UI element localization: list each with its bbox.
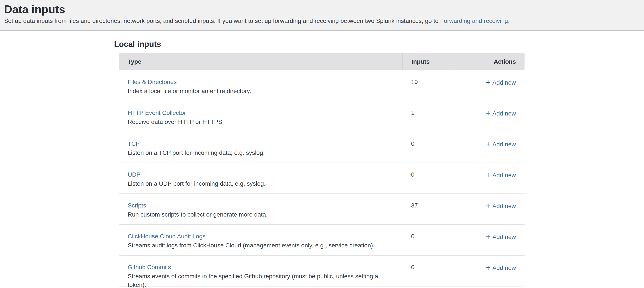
inputs-count: 0 — [402, 132, 452, 163]
actions-cell: +Add new — [452, 194, 524, 224]
table-row: ClickHouse Cloud Audit Logs Streams audi… — [119, 225, 524, 256]
table-header-row: Type Inputs Actions — [119, 53, 524, 70]
inputs-count: 0 — [402, 225, 452, 255]
plus-icon: + — [486, 78, 490, 87]
add-new-link[interactable]: +Add new — [486, 264, 516, 271]
input-type-link[interactable]: ClickHouse Cloud Audit Logs — [128, 232, 206, 241]
input-type-description: Streams audit logs from ClickHouse Cloud… — [128, 241, 396, 250]
page-title: Data inputs — [4, 3, 635, 16]
actions-cell: +Add new — [452, 256, 524, 286]
input-type-link[interactable]: Scripts — [128, 201, 146, 210]
actions-cell: +Add new — [452, 70, 524, 101]
plus-icon: + — [486, 171, 490, 179]
page-header: Data inputs Set up data inputs from file… — [0, 0, 644, 31]
table-row: UDP Listen on a UDP port for incoming da… — [119, 163, 524, 194]
input-type-description: Listen on a UDP port for incoming data, … — [128, 179, 396, 188]
input-type-description: Receive data over HTTP or HTTPS. — [128, 118, 396, 126]
actions-cell: +Add new — [452, 225, 524, 255]
add-new-label: Add new — [492, 110, 516, 117]
add-new-link[interactable]: +Add new — [486, 110, 516, 117]
inputs-count: 37 — [402, 194, 452, 224]
add-new-label: Add new — [492, 234, 516, 240]
add-new-link[interactable]: +Add new — [486, 79, 516, 86]
plus-icon: + — [486, 140, 490, 149]
subtitle-text-before: Set up data inputs from files and direct… — [4, 18, 440, 24]
type-cell: HTTP Event Collector Receive data over H… — [119, 101, 402, 132]
input-type-description: Run custom scripts to collect or generat… — [128, 210, 396, 219]
add-new-label: Add new — [492, 141, 516, 148]
type-cell: Files & Directories Index a local file o… — [119, 70, 402, 101]
input-type-link[interactable]: UDP — [128, 170, 140, 179]
table-row: Github Commits Streams events of commits… — [119, 256, 524, 286]
actions-cell: +Add new — [452, 101, 524, 132]
input-type-link[interactable]: TCP — [128, 139, 140, 148]
plus-icon: + — [486, 109, 490, 118]
forwarding-and-receiving-link[interactable]: Forwarding and receiving — [440, 18, 508, 24]
add-new-link[interactable]: +Add new — [486, 141, 516, 148]
table-body: Files & Directories Index a local file o… — [119, 70, 524, 286]
table-row: HTTP Event Collector Receive data over H… — [119, 101, 524, 132]
plus-icon: + — [486, 263, 490, 272]
type-cell: UDP Listen on a UDP port for incoming da… — [119, 163, 402, 193]
inputs-count: 1 — [402, 101, 452, 132]
add-new-label: Add new — [492, 79, 516, 86]
page-subtitle: Set up data inputs from files and direct… — [4, 17, 635, 25]
inputs-count: 0 — [402, 163, 452, 193]
add-new-label: Add new — [492, 264, 516, 271]
add-new-link[interactable]: +Add new — [486, 172, 516, 179]
table-row: TCP Listen on a TCP port for incoming da… — [119, 132, 524, 163]
column-header-type: Type — [119, 53, 402, 70]
add-new-link[interactable]: +Add new — [486, 203, 516, 209]
local-inputs-table: Type Inputs Actions Files & Directories … — [119, 53, 524, 286]
type-cell: ClickHouse Cloud Audit Logs Streams audi… — [119, 225, 402, 255]
subtitle-text-after: . — [508, 18, 510, 24]
table-row: Scripts Run custom scripts to collect or… — [119, 194, 524, 225]
inputs-count: 19 — [402, 70, 452, 101]
input-type-link[interactable]: HTTP Event Collector — [128, 109, 186, 117]
table-row: Files & Directories Index a local file o… — [119, 70, 524, 101]
plus-icon: + — [486, 201, 490, 210]
input-type-description: Streams events of commits in the specifi… — [128, 272, 396, 288]
column-header-actions: Actions — [452, 53, 524, 70]
type-cell: TCP Listen on a TCP port for incoming da… — [119, 132, 402, 163]
column-header-inputs: Inputs — [402, 53, 452, 70]
actions-cell: +Add new — [452, 163, 524, 193]
local-inputs-heading: Local inputs — [114, 39, 644, 49]
inputs-count: 0 — [402, 256, 452, 286]
add-new-label: Add new — [492, 203, 516, 209]
plus-icon: + — [486, 232, 490, 241]
main-content: Local inputs Type Inputs Actions Files &… — [0, 31, 644, 286]
input-type-description: Index a local file or monitor an entire … — [128, 87, 396, 95]
add-new-label: Add new — [492, 172, 516, 179]
type-cell: Github Commits Streams events of commits… — [119, 256, 402, 286]
input-type-link[interactable]: Github Commits — [128, 263, 171, 271]
input-type-description: Listen on a TCP port for incoming data, … — [128, 149, 396, 157]
input-type-link[interactable]: Files & Directories — [128, 78, 177, 86]
actions-cell: +Add new — [452, 132, 524, 163]
add-new-link[interactable]: +Add new — [486, 234, 516, 240]
type-cell: Scripts Run custom scripts to collect or… — [119, 194, 402, 224]
